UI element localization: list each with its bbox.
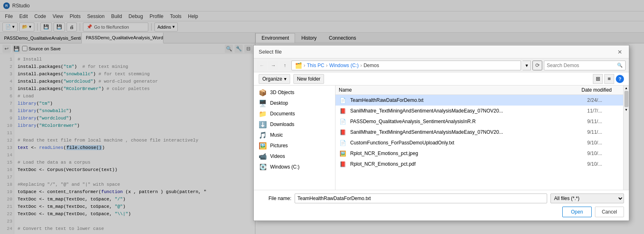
- file-icon-pdf-3: 📕: [339, 128, 347, 136]
- pictures-icon: 🖼️: [259, 142, 267, 149]
- file-date-5: 9/10/...: [587, 151, 620, 156]
- breadcrumb-dropdown[interactable]: ▾: [523, 61, 531, 70]
- view-toggle-button[interactable]: ≡: [604, 74, 614, 84]
- organize-button[interactable]: Organize ▾: [259, 74, 290, 84]
- nav-desktop-label: Desktop: [270, 100, 288, 106]
- col-name-header[interactable]: Name: [339, 87, 581, 93]
- dialog-bottom: File name: All files (*.*) Open Cancel: [254, 190, 629, 220]
- music-icon: 🎵: [259, 132, 267, 138]
- cancel-button[interactable]: Cancel: [595, 207, 624, 217]
- file-name-4: CustomFunctions_ForPassDemoUploadOnly.tx…: [350, 140, 584, 146]
- file-row-3[interactable]: 📕 SanilMhatre_TextMiningAndSentimentAnal…: [335, 127, 623, 137]
- file-date-0: 2/24/...: [587, 97, 620, 103]
- dialog-buttons: Open Cancel: [259, 207, 624, 217]
- filename-row: File name: All files (*.*): [259, 194, 624, 203]
- file-row-6[interactable]: 📕 Rplot_NCR_Emotions_pct.pdf 9/10/...: [335, 159, 623, 169]
- nav-3d-objects[interactable]: 📦 3D Objects: [254, 87, 335, 98]
- dialog-close-button[interactable]: ✕: [616, 48, 624, 56]
- dialog-left-nav: 📦 3D Objects 🖥️ Desktop 📁 Documents ⬇️ D…: [254, 86, 335, 190]
- 3d-objects-icon: 📦: [259, 89, 267, 96]
- breadcrumb-demos: Demos: [364, 63, 379, 68]
- file-list: 📄 TeamHealthRawDataForDemo.txt 2/24/... …: [335, 95, 623, 190]
- file-icon-pdf-6: 📕: [339, 160, 347, 168]
- help-button[interactable]: ?: [616, 75, 624, 83]
- file-date-3: 9/11/...: [587, 129, 620, 135]
- dialog-toolbar: Organize ▾ New folder ⊞ ≡ ?: [254, 72, 629, 86]
- open-button[interactable]: Open: [562, 207, 591, 217]
- file-row-1[interactable]: 📕 SanilMhatre_TextMiningAndSentimentAnal…: [335, 106, 623, 116]
- file-date-4: 9/10/...: [587, 140, 620, 146]
- file-date-2: 9/11/...: [587, 119, 620, 124]
- nav-windows-c-label: Windows (C:): [270, 164, 300, 170]
- nav-forward-button[interactable]: →: [268, 61, 278, 70]
- breadcrumb-thispc[interactable]: This PC: [307, 63, 324, 68]
- nav-documents-label: Documents: [270, 111, 295, 117]
- file-icon-txt-4: 📄: [339, 139, 347, 146]
- file-row-0[interactable]: 📄 TeamHealthRawDataForDemo.txt 2/24/...: [335, 95, 623, 106]
- file-name-1: SanilMhatre_TextMiningAndSentimentAnalys…: [350, 108, 584, 114]
- nav-refresh-button[interactable]: ⟳: [532, 61, 542, 70]
- nav-music-label: Music: [270, 132, 283, 138]
- file-icon-pdf-1: 📕: [339, 107, 347, 115]
- breadcrumb-sep-3: ›: [360, 63, 362, 68]
- file-row-2[interactable]: 📄 PASSDemo_QualitativeAnalysis_Sentiment…: [335, 116, 623, 127]
- search-icon: 🔍: [617, 63, 623, 68]
- file-icon-img-5: 🖼️: [339, 150, 347, 157]
- nav-pictures-label: Pictures: [270, 143, 288, 148]
- file-list-scrollbar[interactable]: ▲ ▼: [623, 86, 629, 190]
- dialog-right-panel: Name Date modified 📄 TeamHealthRawDataFo…: [335, 86, 623, 190]
- file-name-6: Rplot_NCR_Emotions_pct.pdf: [350, 161, 584, 167]
- organize-label: Organize: [262, 76, 282, 82]
- scroll-up-button[interactable]: ▲: [625, 86, 628, 90]
- filetype-select[interactable]: All files (*.*): [550, 194, 624, 203]
- breadcrumb-windows[interactable]: Windows (C:): [329, 63, 359, 68]
- file-row-4[interactable]: 📄 CustomFunctions_ForPassDemoUploadOnly.…: [335, 137, 623, 148]
- scroll-down-button[interactable]: ▼: [625, 108, 628, 112]
- new-folder-button[interactable]: New folder: [293, 74, 324, 84]
- dialog-title-text: Select file: [259, 49, 282, 55]
- file-list-header: Name Date modified: [335, 86, 623, 95]
- search-box: 🔍: [544, 61, 626, 70]
- nav-desktop[interactable]: 🖥️ Desktop: [254, 98, 335, 108]
- dialog-body: 📦 3D Objects 🖥️ Desktop 📁 Documents ⬇️ D…: [254, 86, 629, 190]
- nav-pictures[interactable]: 🖼️ Pictures: [254, 140, 335, 151]
- nav-videos-label: Videos: [270, 153, 285, 159]
- breadcrumb-sep-2: ›: [326, 63, 328, 68]
- file-date-1: 11/7/...: [587, 108, 620, 114]
- scroll-thumb[interactable]: [624, 91, 628, 107]
- downloads-icon: ⬇️: [259, 121, 267, 128]
- desktop-icon: 🖥️: [259, 100, 267, 106]
- nav-videos[interactable]: 📹 Videos: [254, 151, 335, 162]
- dialog-title-bar: Select file ✕: [254, 45, 629, 59]
- filename-input[interactable]: [295, 194, 547, 203]
- nav-up-button[interactable]: ↑: [280, 61, 290, 70]
- file-name-0: TeamHealthRawDataForDemo.txt: [350, 97, 584, 103]
- view-extra-button[interactable]: ⊞: [593, 74, 603, 84]
- organize-chevron: ▾: [284, 76, 286, 82]
- col-date-header[interactable]: Date modified: [581, 87, 614, 93]
- nav-documents[interactable]: 📁 Documents: [254, 108, 335, 119]
- breadcrumb-bar: 🗂️ › This PC › Windows (C:) › Demos: [291, 61, 521, 70]
- view-buttons: ⊞ ≡ ?: [593, 74, 624, 84]
- nav-music[interactable]: 🎵 Music: [254, 130, 335, 140]
- search-input[interactable]: [547, 63, 615, 68]
- dialog-overlay: Select file ✕ ← → ↑ 🗂️ › This PC › Windo…: [0, 0, 644, 234]
- nav-downloads-label: Downloads: [270, 122, 294, 127]
- windows-c-icon: 💽: [259, 164, 267, 170]
- filename-label: File name:: [259, 196, 291, 201]
- file-icon-txt-2: 📄: [339, 118, 347, 125]
- file-date-6: 9/10/...: [587, 161, 620, 167]
- nav-3d-objects-label: 3D Objects: [270, 90, 294, 95]
- file-name-2: PASSDemo_QualitativeAnalysis_SentimentAn…: [350, 119, 584, 124]
- nav-downloads[interactable]: ⬇️ Downloads: [254, 119, 335, 130]
- file-row-5[interactable]: 🖼️ Rplot_NCR_Emotions_pct.jpeg 9/10/...: [335, 148, 623, 159]
- breadcrumb-sep-1: ›: [304, 63, 305, 68]
- nav-windows-c[interactable]: 💽 Windows (C:): [254, 162, 335, 172]
- file-dialog: Select file ✕ ← → ↑ 🗂️ › This PC › Windo…: [253, 45, 629, 221]
- file-name-5: Rplot_NCR_Emotions_pct.jpeg: [350, 151, 584, 156]
- videos-icon: 📹: [259, 153, 267, 160]
- nav-back-button[interactable]: ←: [257, 61, 267, 70]
- file-icon-txt-0: 📄: [339, 97, 347, 104]
- dialog-nav-bar: ← → ↑ 🗂️ › This PC › Windows (C:) › Demo…: [254, 59, 629, 72]
- documents-icon: 📁: [259, 110, 267, 117]
